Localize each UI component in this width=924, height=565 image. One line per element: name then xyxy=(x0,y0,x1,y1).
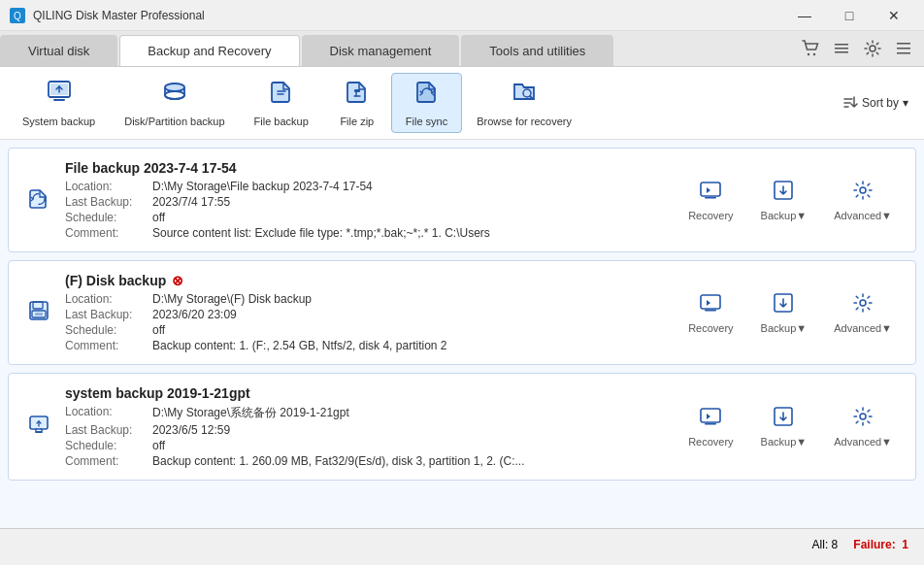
advanced-icon xyxy=(852,406,874,432)
file-sync-icon xyxy=(413,78,441,111)
status-failure: Failure: 1 xyxy=(853,538,908,551)
main-tab-bar: Virtual disk Backup and Recovery Disk ma… xyxy=(0,31,924,67)
svg-rect-5 xyxy=(835,48,848,50)
backup-info: system backup 2019-1-21gpt Location: D:\… xyxy=(65,385,680,468)
meta-label: Comment: xyxy=(65,454,152,468)
meta-value: off xyxy=(152,323,680,337)
backup-card-item2: (F) Disk backup ⊗ Location: D:\My Storag… xyxy=(8,260,916,365)
backup-icon xyxy=(773,406,794,432)
sort-chevron-icon: ▾ xyxy=(903,96,908,110)
toolbar-icon-group xyxy=(790,35,924,66)
action-label: Recovery xyxy=(688,210,733,221)
svg-rect-10 xyxy=(897,52,910,54)
meta-value: Source content list: Exclude file type: … xyxy=(152,226,680,240)
meta-value: off xyxy=(152,439,680,452)
meta-label: Last Backup: xyxy=(65,423,152,437)
backup-title: (F) Disk backup ⊗ xyxy=(65,273,680,288)
meta-value: Backup content: 1. 260.09 MB, Fat32/9(Es… xyxy=(152,454,680,468)
recovery-icon xyxy=(700,292,721,318)
meta-value: off xyxy=(152,211,680,224)
action-label: Recovery xyxy=(688,436,733,448)
browse-recovery-icon xyxy=(511,78,538,111)
meta-label: Comment: xyxy=(65,339,152,352)
svg-rect-4 xyxy=(835,44,848,46)
action-backup-button[interactable]: Backup▼ xyxy=(753,402,815,451)
meta-label: Last Backup: xyxy=(65,195,152,209)
svg-rect-17 xyxy=(354,89,360,92)
minimize-button[interactable]: — xyxy=(782,0,827,31)
backup-actions: Recovery Backup▼ Advanced▼ xyxy=(680,288,900,338)
backup-icon xyxy=(24,300,53,326)
list-icon[interactable] xyxy=(829,36,854,65)
action-recovery-button[interactable]: Recovery xyxy=(680,176,741,225)
svg-rect-9 xyxy=(897,48,910,50)
meta-value: Backup content: 1. (F:, 2.54 GB, Ntfs/2,… xyxy=(152,339,680,352)
subtool-file-sync[interactable]: File sync xyxy=(391,73,462,133)
meta-label: Location: xyxy=(65,292,152,306)
subtool-disk-partition-label: Disk/Partition backup xyxy=(124,115,224,128)
svg-point-3 xyxy=(813,53,815,55)
settings-icon[interactable] xyxy=(860,36,885,65)
svg-rect-27 xyxy=(701,295,720,309)
tab-tools-utilities[interactable]: Tools and utilities xyxy=(461,35,613,66)
svg-rect-26 xyxy=(35,313,43,316)
svg-point-2 xyxy=(808,53,809,55)
maximize-button[interactable]: □ xyxy=(827,0,872,31)
sort-by-button[interactable]: Sort by ▾ xyxy=(835,91,916,115)
sub-toolbar: System backup Disk/Partition backup File… xyxy=(0,67,924,140)
subtool-file-backup[interactable]: File backup xyxy=(240,73,323,133)
svg-rect-20 xyxy=(705,197,716,199)
backup-list: File backup 2023-7-4 17-54 Location: D:\… xyxy=(0,140,924,528)
action-backup-button[interactable]: Backup▼ xyxy=(753,176,815,225)
action-label: Advanced▼ xyxy=(834,210,892,221)
subtool-disk-partition[interactable]: Disk/Partition backup xyxy=(110,73,239,133)
meta-value: 2023/7/4 17:55 xyxy=(152,195,680,209)
backup-icon xyxy=(773,292,794,318)
file-zip-icon xyxy=(344,78,371,111)
system-backup-icon xyxy=(46,78,73,111)
backup-icon xyxy=(773,180,794,206)
svg-point-16 xyxy=(165,91,184,99)
backup-info: (F) Disk backup ⊗ Location: D:\My Storag… xyxy=(65,273,680,352)
svg-rect-32 xyxy=(35,431,43,433)
cart-icon[interactable] xyxy=(798,36,823,65)
svg-rect-34 xyxy=(701,409,720,422)
advanced-icon xyxy=(852,180,874,206)
action-recovery-button[interactable]: Recovery xyxy=(680,288,741,338)
close-button[interactable]: ✕ xyxy=(872,0,916,31)
tab-backup-recovery[interactable]: Backup and Recovery xyxy=(119,35,299,66)
backup-card-item1: File backup 2023-7-4 17-54 Location: D:\… xyxy=(8,148,916,252)
error-badge: ⊗ xyxy=(172,273,183,288)
meta-value: 2023/6/5 12:59 xyxy=(152,423,680,437)
subtool-browse-recovery[interactable]: Browse for recovery xyxy=(462,73,586,133)
action-advanced-button[interactable]: Advanced▼ xyxy=(826,402,900,451)
action-label: Backup▼ xyxy=(761,210,808,221)
subtool-file-zip[interactable]: File zip xyxy=(323,73,391,133)
svg-point-22 xyxy=(860,187,866,193)
backup-meta: Location: D:\My Storage\系统备份 2019-1-21gp… xyxy=(65,405,680,468)
action-advanced-button[interactable]: Advanced▼ xyxy=(826,288,900,338)
action-advanced-button[interactable]: Advanced▼ xyxy=(826,176,900,225)
svg-point-30 xyxy=(860,300,866,306)
backup-title: system backup 2019-1-21gpt xyxy=(65,385,680,401)
menu-icon[interactable] xyxy=(891,36,916,65)
svg-point-37 xyxy=(860,414,866,419)
recovery-icon xyxy=(700,180,721,206)
app-icon: Q xyxy=(8,6,27,25)
tab-virtual-disk[interactable]: Virtual disk xyxy=(0,35,117,66)
svg-point-15 xyxy=(165,83,184,91)
subtool-browse-recovery-label: Browse for recovery xyxy=(477,115,572,128)
recovery-icon xyxy=(700,406,721,432)
subtool-file-sync-label: File sync xyxy=(406,115,447,128)
subtool-system-backup[interactable]: System backup xyxy=(8,73,110,133)
backup-actions: Recovery Backup▼ Advanced▼ xyxy=(680,402,900,451)
tab-disk-management[interactable]: Disk management xyxy=(302,35,460,66)
backup-info: File backup 2023-7-4 17-54 Location: D:\… xyxy=(65,160,680,240)
svg-rect-12 xyxy=(53,99,65,101)
action-recovery-button[interactable]: Recovery xyxy=(680,402,741,451)
svg-rect-28 xyxy=(705,310,716,312)
meta-value: D:\My Storage\系统备份 2019-1-21gpt xyxy=(152,405,680,421)
meta-value: 2023/6/20 23:09 xyxy=(152,308,680,321)
action-backup-button[interactable]: Backup▼ xyxy=(753,288,815,338)
action-label: Backup▼ xyxy=(761,322,808,334)
